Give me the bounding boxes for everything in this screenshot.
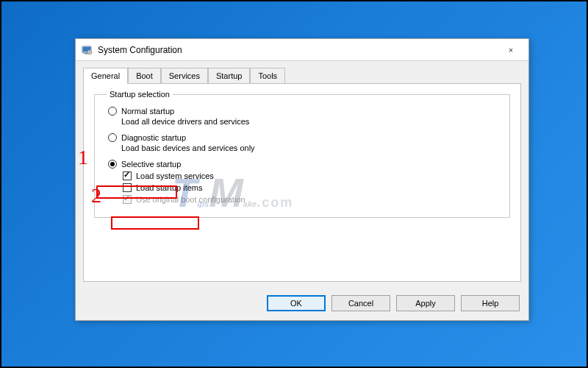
radio-diagnostic-description: Load basic devices and services only: [121, 144, 501, 152]
annotation-highlight-1: [96, 185, 177, 199]
tab-label: Boot: [136, 71, 153, 80]
annotation-number-1: 1: [78, 146, 88, 169]
checkbox-load-system-services[interactable]: Load system services: [123, 171, 501, 180]
radio-icon: [108, 133, 117, 142]
annotation-highlight-2: [111, 216, 199, 230]
tab-tools[interactable]: Tools: [250, 68, 285, 84]
ok-button[interactable]: OK: [267, 295, 326, 311]
button-label: Apply: [415, 299, 436, 308]
radio-normal-startup[interactable]: Normal startup: [108, 107, 501, 116]
tab-strip: General Boot Services Startup Tools: [76, 61, 528, 83]
startup-selection-group: Startup selection Normal startup Load al…: [94, 94, 510, 218]
tab-label: General: [91, 71, 120, 80]
tab-general[interactable]: General: [83, 68, 128, 84]
tab-label: Tools: [258, 71, 277, 80]
tab-label: Startup: [216, 71, 242, 80]
help-button[interactable]: Help: [461, 295, 520, 311]
button-label: Cancel: [348, 299, 373, 308]
titlebar[interactable]: System Configuration ×: [76, 39, 528, 61]
annotation-number-2: 2: [91, 184, 101, 208]
radio-diagnostic-startup[interactable]: Diagnostic startup: [108, 133, 501, 142]
checkbox-label: Load system services: [136, 171, 214, 180]
button-label: Help: [482, 299, 499, 308]
dialog-title: System Configuration: [98, 45, 496, 55]
radio-label: Diagnostic startup: [121, 133, 186, 142]
radio-selective-startup[interactable]: Selective startup: [108, 160, 501, 169]
tab-startup[interactable]: Startup: [208, 68, 250, 84]
msconfig-icon: [82, 44, 93, 56]
radio-icon: [108, 107, 117, 116]
checkbox-use-original-boot: Use original boot configuration: [123, 195, 501, 204]
radio-label: Normal startup: [121, 107, 174, 116]
radio-normal-description: Load all device drivers and services: [121, 117, 501, 126]
tab-label: Services: [169, 71, 200, 80]
checkbox-load-startup-items[interactable]: Load startup items: [123, 183, 501, 192]
checkbox-icon: [123, 171, 132, 180]
button-label: OK: [290, 299, 302, 308]
apply-button[interactable]: Apply: [396, 295, 455, 311]
system-configuration-dialog: System Configuration × General Boot Serv…: [75, 38, 529, 321]
radio-label: Selective startup: [121, 160, 181, 169]
tab-services[interactable]: Services: [161, 68, 208, 84]
group-legend: Startup selection: [107, 90, 173, 99]
tab-boot[interactable]: Boot: [128, 68, 161, 84]
button-bar: OK Cancel Apply Help: [76, 289, 528, 320]
tab-content-general: Startup selection Normal startup Load al…: [83, 83, 521, 282]
close-button[interactable]: ×: [496, 40, 526, 60]
radio-icon: [108, 160, 117, 169]
close-icon: ×: [509, 46, 513, 54]
cancel-button[interactable]: Cancel: [331, 295, 390, 311]
